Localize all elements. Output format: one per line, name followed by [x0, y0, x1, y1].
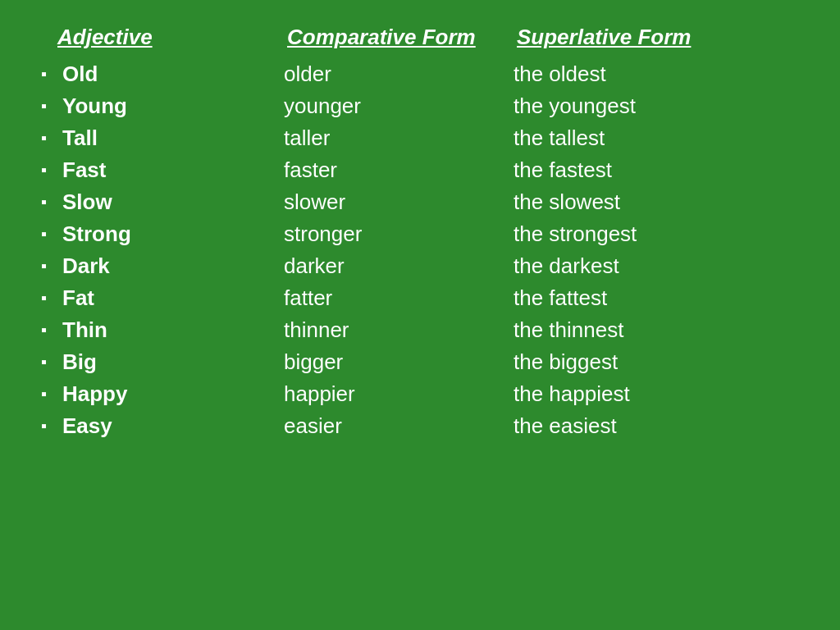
table-row: ▪ Dark darker the darkest: [33, 250, 807, 282]
header-comparative: Comparative Form: [287, 25, 517, 50]
bullet-icon: ▪: [41, 225, 54, 244]
superlative-cell: the thinnest: [514, 317, 807, 343]
bullet-icon: ▪: [41, 321, 54, 340]
superlative-cell: the biggest: [514, 349, 807, 375]
comparative-cell: thinner: [284, 317, 514, 343]
adjective-cell: Big: [62, 349, 284, 375]
comparative-cell: taller: [284, 126, 514, 151]
adjective-table: ▪ Old older the oldest ▪ Young younger t…: [33, 58, 807, 442]
comparative-cell: fatter: [284, 285, 514, 311]
comparative-cell: younger: [284, 94, 514, 119]
adjective-cell: Young: [62, 94, 284, 119]
table-row: ▪ Slow slower the slowest: [33, 186, 807, 218]
superlative-cell: the easiest: [514, 413, 807, 439]
table-row: ▪ Tall taller the tallest: [33, 122, 807, 154]
header-adjective: Adjective: [57, 25, 287, 50]
comparative-cell: older: [284, 62, 514, 87]
comparative-cell: faster: [284, 158, 514, 183]
table-row: ▪ Young younger the youngest: [33, 90, 807, 122]
superlative-cell: the tallest: [514, 126, 807, 151]
comparative-cell: easier: [284, 413, 514, 439]
comparative-cell: stronger: [284, 221, 514, 247]
adjective-cell: Fast: [62, 158, 284, 183]
table-header: Adjective Comparative Form Superlative F…: [33, 25, 807, 50]
comparative-cell: slower: [284, 189, 514, 215]
bullet-icon: ▪: [41, 385, 54, 404]
adjective-cell: Fat: [62, 285, 284, 311]
superlative-cell: the youngest: [514, 94, 807, 119]
adjective-cell: Old: [62, 62, 284, 87]
superlative-cell: the oldest: [514, 62, 807, 87]
adjective-cell: Slow: [62, 189, 284, 215]
main-container: Adjective Comparative Form Superlative F…: [0, 0, 840, 630]
adjective-cell: Strong: [62, 221, 284, 247]
adjective-cell: Thin: [62, 317, 284, 343]
adjective-cell: Easy: [62, 413, 284, 439]
bullet-icon: ▪: [41, 257, 54, 276]
adjective-cell: Dark: [62, 253, 284, 279]
comparative-cell: happier: [284, 381, 514, 407]
bullet-icon: ▪: [41, 417, 54, 436]
comparative-cell: darker: [284, 253, 514, 279]
bullet-icon: ▪: [41, 65, 54, 84]
table-row: ▪ Strong stronger the strongest: [33, 218, 807, 250]
bullet-icon: ▪: [41, 289, 54, 308]
bullet-icon: ▪: [41, 353, 54, 372]
superlative-cell: the strongest: [514, 221, 807, 247]
superlative-cell: the fastest: [514, 158, 807, 183]
superlative-cell: the darkest: [514, 253, 807, 279]
header-superlative: Superlative Form: [517, 25, 807, 50]
bullet-icon: ▪: [41, 129, 54, 148]
adjective-cell: Happy: [62, 381, 284, 407]
comparative-cell: bigger: [284, 349, 514, 375]
adjective-cell: Tall: [62, 126, 284, 151]
table-row: ▪ Fast faster the fastest: [33, 154, 807, 186]
table-row: ▪ Easy easier the easiest: [33, 410, 807, 442]
bullet-icon: ▪: [41, 97, 54, 116]
superlative-cell: the happiest: [514, 381, 807, 407]
table-row: ▪ Thin thinner the thinnest: [33, 314, 807, 346]
superlative-cell: the slowest: [514, 189, 807, 215]
bullet-icon: ▪: [41, 161, 54, 180]
table-row: ▪ Happy happier the happiest: [33, 378, 807, 410]
table-row: ▪ Old older the oldest: [33, 58, 807, 90]
bullet-icon: ▪: [41, 193, 54, 212]
table-row: ▪ Big bigger the biggest: [33, 346, 807, 378]
table-row: ▪ Fat fatter the fattest: [33, 282, 807, 314]
superlative-cell: the fattest: [514, 285, 807, 311]
